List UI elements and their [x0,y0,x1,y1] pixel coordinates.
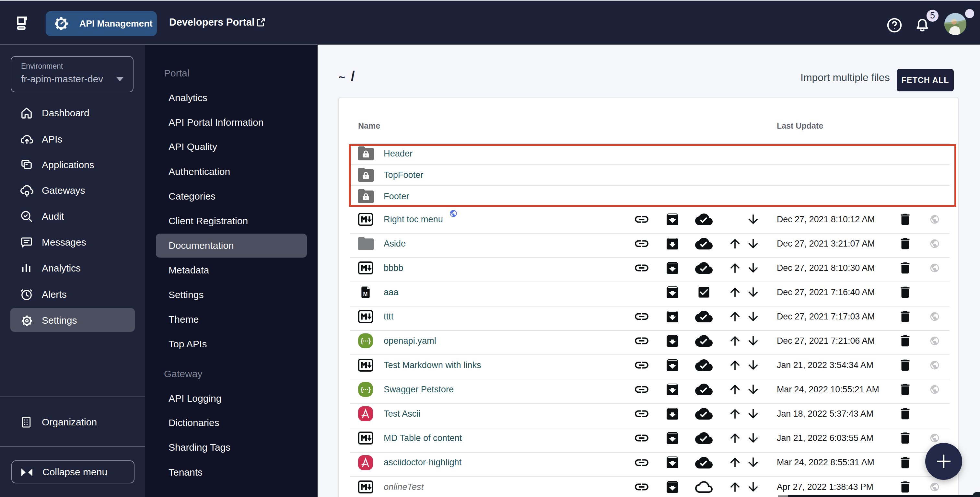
svg-text:5: 5 [930,11,935,21]
